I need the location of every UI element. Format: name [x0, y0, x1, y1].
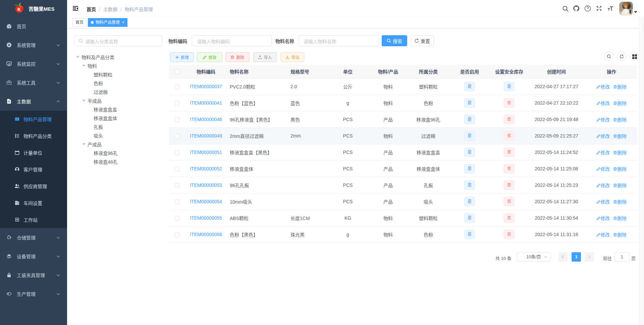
svg-text:K: K [17, 7, 21, 12]
